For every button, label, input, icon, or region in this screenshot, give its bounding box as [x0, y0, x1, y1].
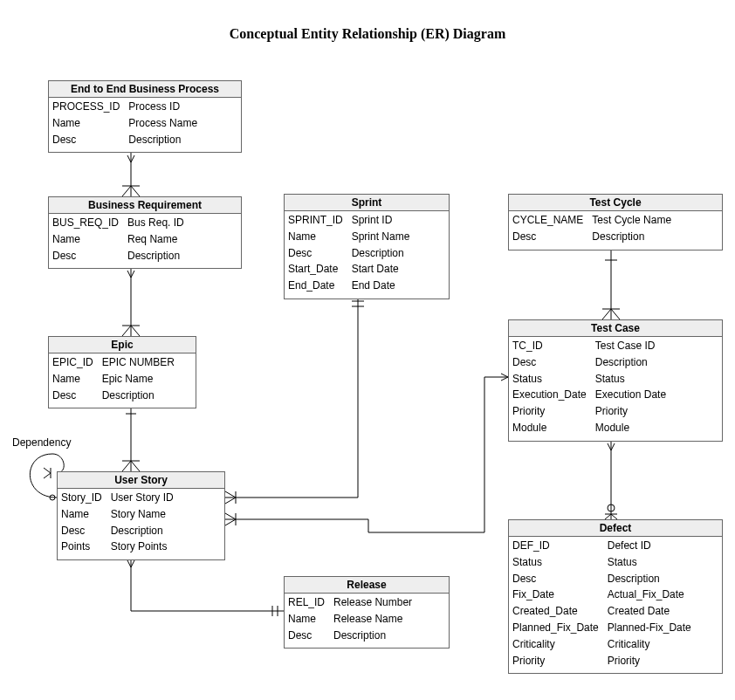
attr-desc: Sprint ID	[352, 213, 410, 228]
entity-defect-title: Defect	[509, 520, 722, 537]
attr-desc: Sprint Name	[352, 230, 410, 244]
attr-key: Start_Date	[288, 262, 343, 277]
attr-key: Name	[52, 116, 120, 131]
svg-line-7	[131, 326, 140, 336]
attr-key: Name	[61, 507, 102, 522]
attr-key: PROCESS_ID	[52, 100, 120, 114]
attr-key: Created_Date	[512, 604, 599, 619]
attr-desc: Priority	[595, 404, 666, 419]
svg-line-28	[225, 519, 236, 525]
attr-desc: Bus Req. ID	[127, 216, 184, 230]
attr-desc: Description	[102, 388, 175, 403]
svg-point-13	[50, 495, 55, 500]
entity-process-title: End to End Business Process	[49, 81, 241, 98]
attr-desc: Description	[595, 355, 666, 370]
attr-desc: Description	[128, 133, 197, 148]
svg-line-27	[225, 513, 236, 519]
attr-key: CYCLE_NAME	[512, 213, 583, 228]
entity-process: End to End Business Process PROCESS_ID N…	[48, 80, 242, 153]
attr-desc: Priority	[608, 654, 691, 669]
attr-key: Name	[52, 372, 93, 387]
attr-desc: Test Cycle Name	[592, 213, 671, 228]
entity-release-title: Release	[285, 577, 449, 594]
attr-desc: Description	[111, 524, 174, 539]
attr-desc: Release Name	[333, 612, 412, 627]
attr-key: EPIC_ID	[52, 355, 93, 370]
attr-desc: Planned-Fix_Date	[608, 621, 691, 635]
attr-key: Status	[512, 555, 599, 570]
attr-desc: User Story ID	[111, 491, 174, 505]
attr-key: Desc	[288, 628, 325, 643]
attr-key: Priority	[512, 404, 587, 419]
svg-line-16	[44, 473, 51, 478]
attr-desc: Release Number	[333, 595, 412, 610]
attr-desc: Module	[595, 421, 666, 436]
attr-key: Desc	[288, 246, 343, 261]
attr-key: Name	[52, 232, 119, 247]
diagram-title: Conceptual Entity Relationship (ER) Diag…	[0, 26, 735, 42]
attr-desc: Story Points	[111, 539, 174, 554]
svg-line-15	[44, 468, 51, 473]
attr-desc: End Date	[352, 278, 410, 293]
attr-key: Desc	[52, 133, 120, 148]
svg-line-32	[602, 309, 611, 319]
attr-desc: Description	[592, 230, 671, 244]
attr-desc: Execution Date	[595, 388, 666, 402]
attr-desc: Req Name	[127, 232, 184, 247]
entity-test-cycle-title: Test Cycle	[509, 195, 722, 211]
attr-key: Desc	[512, 230, 583, 244]
attr-key: Desc	[512, 355, 587, 370]
attr-desc: Story Name	[111, 507, 174, 522]
svg-line-23	[225, 498, 236, 504]
entity-defect: Defect DEF_ID Status Desc Fix_Date Creat…	[508, 519, 723, 674]
attr-desc: Epic Name	[102, 372, 175, 387]
attr-key: BUS_REQ_ID	[52, 216, 119, 230]
attr-key: Priority	[512, 654, 599, 669]
attr-key: Criticality	[512, 637, 599, 652]
attr-key: Desc	[52, 388, 93, 403]
svg-point-35	[608, 504, 615, 511]
entity-business-requirement: Business Requirement BUS_REQ_ID Name Des…	[48, 196, 242, 269]
svg-line-3	[131, 186, 140, 196]
attr-desc: Start Date	[352, 262, 410, 277]
attr-key: DEF_ID	[512, 539, 599, 553]
entity-epic: Epic EPIC_ID Name Desc EPIC NUMBER Epic …	[48, 336, 196, 408]
entity-release: Release REL_ID Name Desc Release Number …	[284, 576, 450, 649]
attr-key: Name	[288, 230, 343, 244]
svg-line-22	[225, 491, 236, 498]
entity-user-story: User Story Story_ID Name Desc Points Use…	[57, 471, 225, 560]
entity-sprint-title: Sprint	[285, 195, 449, 211]
attr-desc: Description	[333, 628, 412, 643]
attr-key: Planned_Fix_Date	[512, 621, 599, 635]
svg-line-11	[131, 461, 140, 471]
attr-key: SPRINT_ID	[288, 213, 343, 228]
attr-desc: Process Name	[128, 116, 197, 131]
attr-key: Desc	[52, 249, 119, 264]
svg-line-6	[122, 326, 131, 336]
attr-desc: EPIC NUMBER	[102, 355, 175, 370]
attr-key: Module	[512, 421, 587, 436]
attr-desc: Test Case ID	[595, 339, 666, 353]
entity-user-story-title: User Story	[58, 472, 224, 489]
attr-key: Execution_Date	[512, 388, 587, 402]
entity-test-case: Test Case TC_ID Desc Status Execution_Da…	[508, 319, 723, 442]
entity-test-cycle: Test Cycle CYCLE_NAME Desc Test Cycle Na…	[508, 194, 723, 250]
attr-key: Name	[288, 612, 325, 627]
attr-desc: Actual_Fix_Date	[608, 587, 691, 602]
dependency-label: Dependency	[12, 436, 71, 449]
svg-line-2	[122, 186, 131, 196]
attr-desc: Description	[608, 572, 691, 587]
attr-desc: Defect ID	[608, 539, 691, 553]
entity-sprint: Sprint SPRINT_ID Name Desc Start_Date En…	[284, 194, 450, 299]
attr-key: Desc	[61, 524, 102, 539]
svg-line-10	[122, 461, 131, 471]
attr-desc: Description	[352, 246, 410, 261]
attr-key: Desc	[512, 572, 599, 587]
attr-key: REL_ID	[288, 595, 325, 610]
entity-epic-title: Epic	[49, 337, 196, 353]
attr-key: Points	[61, 539, 102, 554]
entity-test-case-title: Test Case	[509, 320, 722, 337]
svg-line-33	[611, 309, 620, 319]
attr-key: End_Date	[288, 278, 343, 293]
attr-key: Status	[512, 372, 587, 387]
